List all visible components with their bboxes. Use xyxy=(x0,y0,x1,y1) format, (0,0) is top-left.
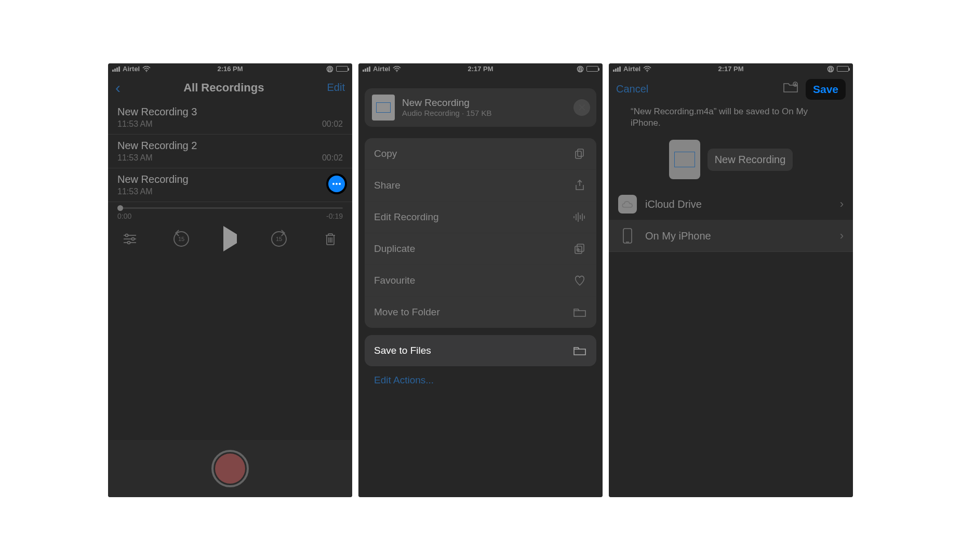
screen-actions-sheet: Airtel 2:17 PM New Recording Audio Recor… xyxy=(358,63,603,497)
action-duplicate[interactable]: Duplicate xyxy=(365,233,596,265)
screen-voice-memos: Airtel 2:16 PM ‹ All Recordings Edit New… xyxy=(108,63,352,497)
status-time: 2:17 PM xyxy=(609,65,853,73)
action-save-to-files[interactable]: Save to Files xyxy=(365,335,596,366)
recording-time: 11:53 AM xyxy=(117,119,153,129)
back-button[interactable]: ‹ xyxy=(115,79,121,97)
chevron-right-icon: › xyxy=(840,229,844,243)
delete-button[interactable] xyxy=(321,230,340,248)
file-preview-row: New Recording xyxy=(609,137,853,189)
recording-row-selected[interactable]: New Recording 11:53 AM xyxy=(108,168,352,202)
battery-icon xyxy=(837,66,849,72)
svg-rect-13 xyxy=(576,151,581,158)
action-label: Share xyxy=(374,180,401,191)
scrub-start: 0:00 xyxy=(117,212,131,220)
status-bar: Airtel 2:17 PM xyxy=(358,63,603,75)
playback-options-button[interactable] xyxy=(121,230,139,248)
actions-group: Copy Share Edit Recording Duplicate Favo… xyxy=(365,138,596,328)
waveform-icon xyxy=(376,102,391,113)
nav-bar: Cancel Save xyxy=(609,75,853,104)
play-button[interactable] xyxy=(223,234,237,244)
recording-duration: 00:02 xyxy=(322,153,343,163)
status-time: 2:17 PM xyxy=(358,65,603,73)
file-thumbnail xyxy=(372,95,395,121)
file-meta: Audio Recording · 157 KB xyxy=(402,109,492,117)
battery-icon xyxy=(586,66,598,72)
location-list: iCloud Drive › On My iPhone › xyxy=(609,189,853,252)
record-icon xyxy=(215,454,245,484)
svg-point-8 xyxy=(128,241,130,244)
iphone-icon xyxy=(618,226,637,245)
location-label: On My iPhone xyxy=(645,230,711,242)
recording-duration: 00:02 xyxy=(322,119,343,129)
file-thumbnail xyxy=(669,140,700,179)
new-folder-button[interactable] xyxy=(783,81,798,97)
folder-icon xyxy=(572,343,587,358)
chevron-right-icon: › xyxy=(840,197,844,211)
recording-row[interactable]: New Recording 2 11:53 AM 00:02 xyxy=(108,135,352,168)
action-label: Favourite xyxy=(374,275,415,286)
folder-icon xyxy=(572,305,587,319)
skip-forward-15-button[interactable]: 15 xyxy=(271,231,287,247)
share-icon xyxy=(572,178,587,193)
waveform-icon xyxy=(572,210,587,224)
screen-save-to-files: Airtel 2:17 PM Cancel Save “New Recordin… xyxy=(609,63,853,497)
recording-name: New Recording xyxy=(117,174,343,185)
action-label: Move to Folder xyxy=(374,306,440,318)
status-time: 2:16 PM xyxy=(108,65,352,73)
scrub-end: -0:19 xyxy=(326,212,343,220)
actions-group-save: Save to Files xyxy=(365,335,596,366)
action-edit-recording[interactable]: Edit Recording xyxy=(365,202,596,233)
location-icloud-drive[interactable]: iCloud Drive › xyxy=(609,189,853,220)
page-title: All Recordings xyxy=(183,81,264,95)
svg-rect-12 xyxy=(578,149,583,156)
record-toolbar xyxy=(108,440,352,497)
duplicate-icon xyxy=(572,242,587,256)
action-label: Copy xyxy=(374,148,397,159)
close-button[interactable]: ✕ xyxy=(573,99,590,116)
play-icon xyxy=(223,226,237,251)
recording-name: New Recording 3 xyxy=(117,106,343,118)
svg-rect-30 xyxy=(623,229,632,243)
edit-actions-link[interactable]: Edit Actions... xyxy=(365,366,596,394)
recording-row[interactable]: New Recording 3 11:53 AM 00:02 xyxy=(108,101,352,135)
svg-point-6 xyxy=(126,234,128,236)
action-move-to-folder[interactable]: Move to Folder xyxy=(365,297,596,328)
more-options-button[interactable] xyxy=(328,176,345,192)
location-label: iCloud Drive xyxy=(645,198,702,210)
waveform-icon xyxy=(674,152,695,167)
action-label: Edit Recording xyxy=(374,211,439,223)
file-header-card: New Recording Audio Recording · 157 KB ✕ xyxy=(365,88,596,127)
save-button[interactable]: Save xyxy=(806,79,846,100)
skip-back-15-button[interactable]: 15 xyxy=(173,231,189,247)
player-controls: 15 15 xyxy=(108,220,352,255)
save-destination-message: “New Recording.m4a” will be saved to On … xyxy=(609,104,853,137)
playback-scrubber[interactable]: 0:00 -0:19 xyxy=(108,202,352,220)
location-on-my-iphone[interactable]: On My iPhone › xyxy=(609,220,853,252)
edit-button[interactable]: Edit xyxy=(327,82,345,94)
icloud-icon xyxy=(618,195,637,214)
nav-bar: ‹ All Recordings Edit xyxy=(108,75,352,101)
cancel-button[interactable]: Cancel xyxy=(616,83,648,95)
action-share[interactable]: Share xyxy=(365,170,596,202)
ellipsis-icon xyxy=(332,183,341,185)
action-favourite[interactable]: Favourite xyxy=(365,265,596,297)
recording-time: 11:53 AM xyxy=(117,187,153,196)
action-label: Duplicate xyxy=(374,243,415,255)
heart-icon xyxy=(572,273,587,288)
recording-name: New Recording 2 xyxy=(117,140,343,152)
record-button[interactable] xyxy=(211,450,249,487)
file-name-field[interactable]: New Recording xyxy=(708,149,793,171)
battery-icon xyxy=(336,66,348,72)
action-copy[interactable]: Copy xyxy=(365,138,596,170)
copy-icon xyxy=(572,146,587,161)
svg-point-7 xyxy=(132,237,135,240)
status-bar: Airtel 2:17 PM xyxy=(609,63,853,75)
action-label: Save to Files xyxy=(374,345,431,356)
status-bar: Airtel 2:16 PM xyxy=(108,63,352,75)
close-icon: ✕ xyxy=(578,101,586,114)
recording-time: 11:53 AM xyxy=(117,153,153,163)
file-name: New Recording xyxy=(402,97,492,109)
